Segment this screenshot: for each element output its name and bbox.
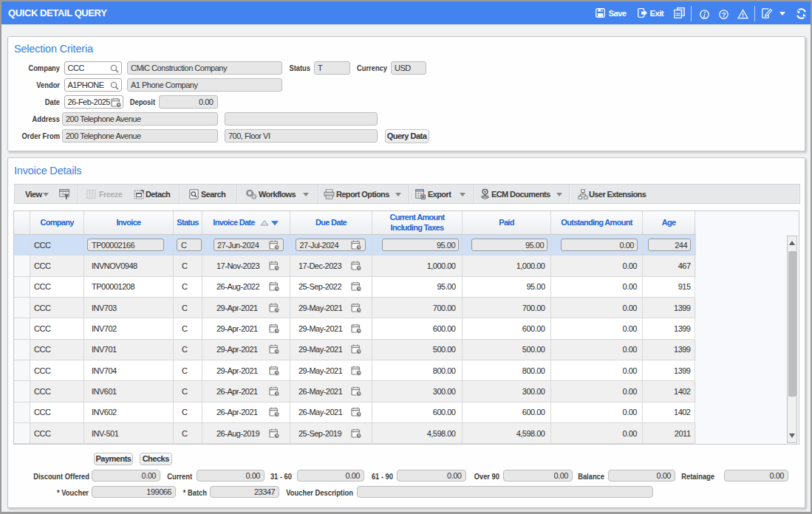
svg-text:?: ? <box>721 10 726 18</box>
